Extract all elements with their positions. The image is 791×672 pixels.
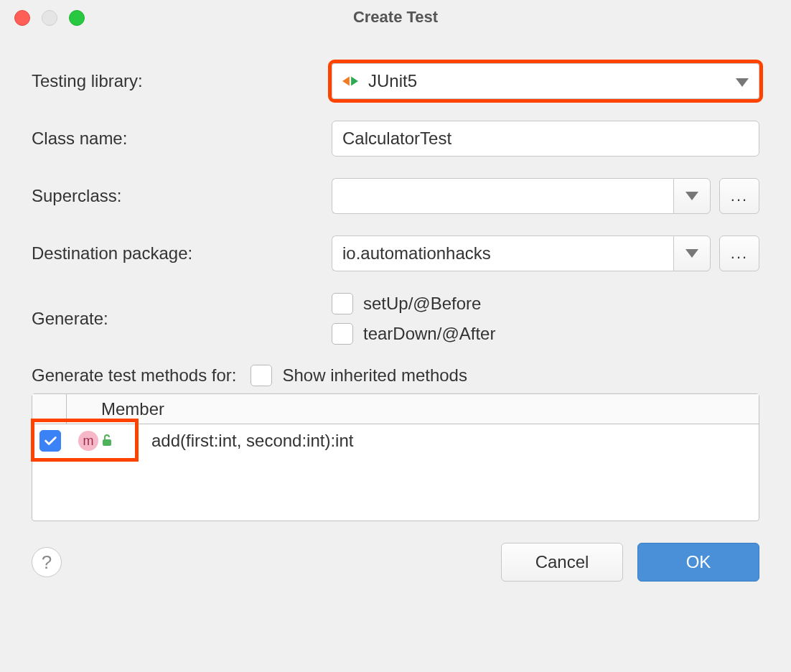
testing-library-value: JUnit5 [368, 71, 417, 91]
destination-package-label: Destination package: [32, 243, 332, 263]
svg-marker-3 [685, 192, 698, 200]
member-checkbox[interactable] [39, 430, 61, 452]
class-name-label: Class name: [32, 129, 332, 149]
dialog-content: Testing library: JUnit5 Class name: [0, 34, 791, 521]
teardown-checkbox[interactable] [332, 323, 353, 345]
chevron-down-icon[interactable] [673, 235, 711, 271]
junit-icon [342, 73, 358, 89]
member-check-column [32, 394, 67, 424]
minimize-window-icon [42, 10, 57, 26]
generate-label: Generate: [32, 309, 332, 329]
table-row[interactable]: m add(first:int, second:int):int [32, 424, 759, 457]
svg-rect-5 [103, 439, 111, 446]
svg-marker-0 [342, 76, 350, 85]
members-table: Member m add(first:int, second:int):int [32, 393, 759, 521]
svg-marker-1 [351, 76, 358, 85]
destination-package-combo[interactable]: io.automationhacks [332, 235, 711, 271]
titlebar: Create Test [0, 0, 791, 34]
dialog-footer: ? Cancel OK [0, 521, 791, 605]
superclass-label: Superclass: [32, 186, 332, 206]
browse-superclass-button[interactable]: ... [719, 178, 759, 214]
member-signature: add(first:int, second:int):int [151, 431, 353, 451]
show-inherited-checkbox[interactable] [251, 365, 272, 386]
ok-button[interactable]: OK [637, 543, 759, 582]
testing-library-combo[interactable]: JUnit5 [332, 63, 759, 99]
check-icon [42, 433, 58, 449]
browse-destination-button[interactable]: ... [719, 235, 759, 271]
member-column-header: Member [67, 399, 164, 419]
lock-open-icon [101, 431, 113, 451]
teardown-label: tearDown/@After [363, 324, 495, 344]
help-button[interactable]: ? [32, 547, 62, 577]
method-icon: m [78, 431, 98, 451]
chevron-down-icon[interactable] [673, 178, 711, 214]
cancel-button[interactable]: Cancel [501, 543, 623, 582]
class-name-input[interactable] [342, 129, 749, 149]
maximize-window-icon[interactable] [69, 10, 85, 26]
close-window-icon[interactable] [14, 10, 30, 26]
destination-package-value: io.automationhacks [342, 243, 491, 263]
superclass-combo[interactable] [332, 178, 711, 214]
class-name-field[interactable] [332, 121, 759, 157]
window-title: Create Test [353, 8, 438, 27]
generate-methods-label: Generate test methods for: [32, 365, 236, 386]
testing-library-label: Testing library: [32, 71, 332, 91]
svg-marker-4 [685, 249, 698, 258]
svg-marker-2 [736, 78, 749, 87]
chevron-down-icon [736, 71, 749, 91]
setup-label: setUp/@Before [363, 294, 481, 314]
window-controls [14, 10, 85, 26]
setup-checkbox[interactable] [332, 293, 353, 314]
show-inherited-label: Show inherited methods [282, 365, 467, 386]
